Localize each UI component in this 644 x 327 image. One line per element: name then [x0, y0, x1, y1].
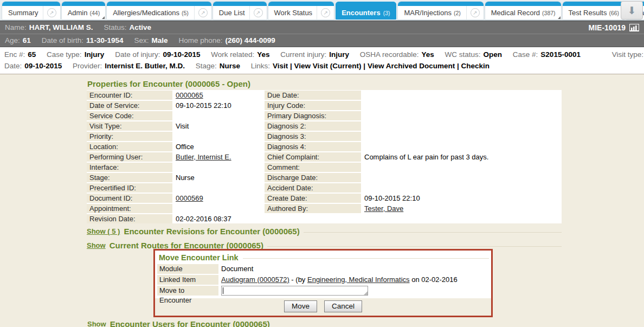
tab-encounters[interactable]: Encounters (3)	[336, 2, 396, 20]
field-value	[362, 163, 562, 172]
field-label: Diagnosis 4:	[265, 142, 361, 151]
performing-user-link[interactable]: Butler, Internist E.	[176, 153, 231, 161]
enc-value: Yes	[257, 50, 269, 59]
field-value: 09-10-2015 22:10	[173, 101, 263, 110]
popout-icon[interactable]: ↗	[43, 6, 60, 20]
dialog-row-linked-item: Linked Item Audiogram (0000572) - (by En…	[157, 275, 489, 285]
field-value: 02-02-2016 08:37	[173, 214, 562, 223]
linked-item-value: Audiogram (0000572) - (by Engineering, M…	[220, 275, 489, 285]
tab-mar-injections[interactable]: MAR/Injections (2) ↗	[398, 2, 483, 20]
dropdown-corner-icon	[558, 16, 561, 19]
popout-icon[interactable]: ↗	[466, 6, 484, 20]
section-encounter-users: Show Encounter Users for Encounter (0000…	[87, 319, 562, 327]
document-id-link[interactable]: 0000569	[176, 194, 203, 202]
dialog-row-move-to: Move to Encounter	[157, 286, 489, 296]
enc-label: Provider:	[73, 62, 102, 70]
sex-label: Sex:	[134, 36, 149, 44]
field-label: Due Date:	[265, 91, 361, 100]
system-id: MIE-10019	[589, 23, 626, 32]
dialog-row-module: Module Document	[157, 264, 489, 274]
popout-icon[interactable]: ↗	[317, 6, 334, 20]
status-label: Status:	[104, 23, 127, 31]
tab-due-list[interactable]: Due List ↗	[213, 2, 267, 20]
table-row: Precertified ID: Accident Date:	[87, 183, 562, 193]
field-label: Visit Type:	[87, 121, 172, 131]
authored-by-link[interactable]: Tester, Dave	[364, 204, 403, 213]
move-button[interactable]: Move	[284, 300, 317, 312]
tab-label: Encounters	[336, 9, 383, 17]
move-to-encounter-input[interactable]	[221, 286, 368, 296]
tab-count: (387)	[542, 10, 556, 16]
table-row: Service Code: Primary Diagnosis:	[87, 111, 562, 120]
tab-work-status[interactable]: Work Status ↗	[268, 2, 334, 20]
field-value	[173, 204, 263, 213]
field-label: Stage:	[87, 173, 172, 182]
enc-label: WC status:	[445, 50, 481, 59]
tab-cap	[213, 2, 267, 6]
external-link-icon: ↗	[254, 8, 263, 17]
external-link-icon: ↗	[47, 8, 56, 17]
field-label: Injury Code:	[265, 101, 361, 110]
show-users-link[interactable]: Show	[87, 320, 106, 327]
divider	[267, 246, 562, 247]
cancel-button[interactable]: Cancel	[324, 300, 362, 312]
more-tabs-button[interactable]: ⬇	[621, 1, 643, 20]
tab-test-results[interactable]: Test Results (66)	[563, 2, 625, 20]
enc-value: Injury	[329, 50, 349, 59]
module-value: Document	[220, 264, 489, 274]
section-title: Encounter Users for Encounter (0000065)	[110, 319, 270, 327]
field-value	[362, 183, 562, 193]
tab-summary[interactable]: Summary ↗	[2, 2, 60, 20]
field-label: Comment:	[265, 163, 361, 172]
tab-admin[interactable]: Admin (44)	[62, 2, 106, 20]
popout-icon[interactable]: ↗	[194, 6, 211, 20]
field-value	[362, 173, 562, 182]
show-routes-link[interactable]: Show	[87, 241, 106, 249]
enc-label: Visit type:	[612, 50, 643, 59]
field-label: Linked Item	[157, 275, 218, 285]
enc-label: Current injury:	[280, 50, 326, 59]
page-title: Properties for Encounter (0000065 - Open…	[87, 79, 644, 88]
field-label: Encounter ID:	[87, 91, 172, 100]
histogram-icon[interactable]	[629, 24, 639, 31]
dialog-title: Move Encounter Link	[159, 253, 239, 262]
field-label: Interface:	[87, 163, 172, 172]
tab-medical-record[interactable]: Medical Record (387)	[485, 2, 561, 20]
divider	[243, 258, 489, 259]
links-label: Links:	[251, 62, 270, 70]
audiogram-document-link[interactable]: Audiogram (0000572)	[221, 275, 289, 284]
field-label: Chief Complaint:	[265, 152, 361, 162]
external-link-icon: ↗	[471, 8, 480, 17]
linked-user-link[interactable]: Engineering, Medical Informatics	[307, 275, 410, 284]
field-label: Diagnosis 3:	[265, 132, 361, 141]
main-content: Properties for Encounter (0000065 - Open…	[0, 74, 644, 327]
encounter-id-link[interactable]: 0000065	[176, 91, 203, 99]
tab-cap	[563, 2, 625, 6]
enc-value: S2015-0001	[540, 50, 581, 59]
dob-value: 11-30-1954	[86, 36, 123, 44]
encounter-links[interactable]: Visit | View Visit (Current) | View Arch…	[273, 62, 490, 70]
tab-label: Work Status	[268, 9, 317, 17]
name-label: Name:	[5, 23, 27, 31]
table-row: Revision Date: 02-02-2016 08:37	[87, 214, 562, 223]
field-label: Create Date:	[265, 194, 361, 203]
encounter-info-bar: Enc #:65 Case type:Injury Date of injury…	[0, 47, 644, 74]
tab-allergies-medications[interactable]: Allergies/Medications (5) ↗	[107, 2, 211, 20]
tab-cap	[336, 2, 396, 6]
table-row: Encounter ID: 0000065 Due Date:	[87, 91, 562, 100]
popout-icon[interactable]: ↗	[249, 6, 267, 20]
linked-item-text: - (by	[289, 275, 307, 284]
move-encounter-link-dialog: Move Encounter Link Module Document Link…	[153, 249, 493, 317]
show-revisions-link[interactable]: Show ( 5 )	[87, 227, 120, 235]
field-label: Discharge Date:	[265, 173, 361, 182]
enc-label: Date of injury:	[115, 50, 160, 59]
table-row: Location: Office Diagnosis 4:	[87, 142, 562, 151]
tab-bar: Summary ↗ Admin (44) Allergies/Medicatio…	[0, 0, 644, 21]
field-label: Accident Date:	[265, 183, 361, 193]
tab-label: MAR/Injections	[398, 9, 455, 17]
resize-grip-icon[interactable]	[364, 291, 368, 295]
table-row: Appointment: Authored By: Tester, Dave	[87, 204, 562, 213]
field-label: Precertified ID:	[87, 183, 172, 193]
field-label: Document ID:	[87, 194, 172, 203]
field-value: Butler, Internist E.	[173, 152, 263, 162]
